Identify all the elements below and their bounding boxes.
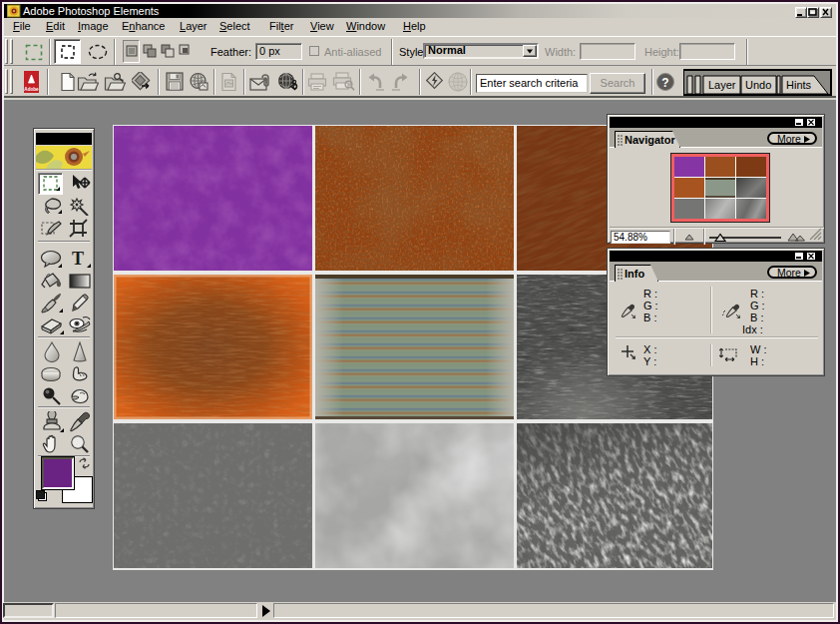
svg-text:T: T xyxy=(72,249,84,269)
svg-text:Layer: Layer xyxy=(708,79,736,91)
svg-text:Adobe: Adobe xyxy=(24,87,39,92)
svg-text:Undo: Undo xyxy=(745,79,771,91)
svg-text:Hints: Hints xyxy=(786,79,812,91)
svg-text:?: ? xyxy=(661,76,668,90)
